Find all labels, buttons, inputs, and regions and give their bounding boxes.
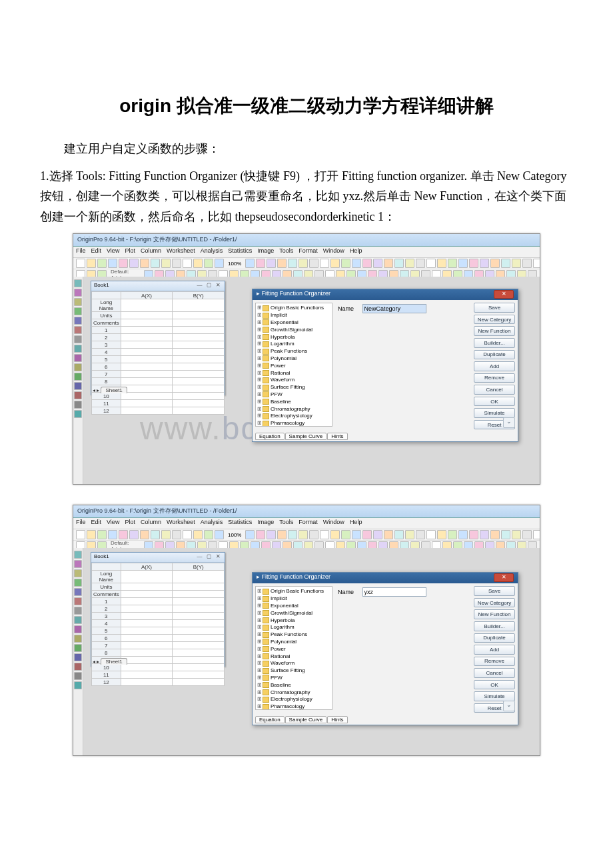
duplicate-button[interactable]: Duplicate: [474, 350, 515, 360]
side-tool-icon[interactable]: [74, 616, 82, 624]
toolbar-icon[interactable]: [97, 530, 107, 539]
toolbar-icon[interactable]: [416, 530, 425, 539]
menu-analysis[interactable]: Analysis: [201, 519, 223, 525]
toolbar-icon[interactable]: [87, 259, 96, 268]
builder--button[interactable]: Builder...: [474, 621, 515, 631]
toolbar-icon[interactable]: [320, 259, 329, 268]
toolbar-icon[interactable]: [267, 259, 276, 268]
toolbar-icon[interactable]: [458, 259, 468, 268]
side-tool-icon[interactable]: [74, 363, 82, 371]
cancel-button[interactable]: Cancel: [474, 385, 515, 395]
toolbar-icon[interactable]: [405, 259, 414, 268]
side-tool-icon[interactable]: [74, 569, 82, 577]
expand-icon[interactable]: ⌄: [503, 417, 515, 428]
cancel-button[interactable]: Cancel: [474, 668, 515, 678]
toolbar-icon[interactable]: [119, 259, 128, 268]
side-tool-icon[interactable]: [74, 298, 82, 306]
menu-statistics[interactable]: Statistics: [228, 247, 252, 254]
side-tool-icon[interactable]: [74, 326, 82, 334]
toolbar-icon[interactable]: [299, 259, 308, 268]
toolbar-icon[interactable]: [215, 259, 224, 268]
toolbar-icon[interactable]: [533, 259, 540, 268]
toolbar-icon[interactable]: [183, 259, 192, 268]
toolbar-icon[interactable]: [416, 259, 425, 268]
side-tool-icon[interactable]: [74, 579, 82, 587]
menu-tools[interactable]: Tools: [279, 519, 293, 525]
menu-window[interactable]: Window: [323, 247, 344, 254]
toolbar-icon[interactable]: [480, 259, 489, 268]
side-tool-icon[interactable]: [74, 681, 82, 689]
toolbar-icon[interactable]: [288, 259, 297, 268]
menu-plot[interactable]: Plot: [125, 519, 135, 525]
menu-file[interactable]: File: [76, 247, 86, 254]
side-tool-icon[interactable]: [74, 410, 82, 418]
toolbar-icon[interactable]: [448, 259, 457, 268]
dialog-footer-tabs[interactable]: EquationSample CurveHints: [255, 716, 348, 723]
side-tool-icon[interactable]: [74, 307, 82, 315]
side-tool-icon[interactable]: [74, 335, 82, 343]
tree-node[interactable]: ⊞PFW: [257, 391, 330, 399]
toolbar-icon[interactable]: [437, 530, 446, 539]
menu-help[interactable]: Help: [350, 519, 362, 525]
side-tool-icon[interactable]: [74, 607, 82, 615]
toolbar-icon[interactable]: [522, 530, 532, 539]
tree-node[interactable]: ⊞Polynomial: [257, 355, 330, 363]
menu-column[interactable]: Column: [141, 247, 161, 254]
menu-column[interactable]: Column: [141, 519, 161, 525]
side-tool-icon[interactable]: [74, 560, 82, 568]
tree-node[interactable]: ⊞Growth/Sigmoidal: [257, 327, 330, 334]
footer-tab-sample-curve[interactable]: Sample Curve: [285, 433, 327, 440]
toolbar-icon[interactable]: [469, 259, 478, 268]
tree-node[interactable]: ⊞Polynomial: [257, 639, 330, 646]
menu-edit[interactable]: Edit: [91, 247, 102, 254]
tree-node[interactable]: ⊞Rational: [257, 370, 330, 377]
toolbar-icon[interactable]: [97, 259, 107, 268]
toolbar-icon[interactable]: [330, 259, 340, 268]
tree-node[interactable]: ⊞Peak Functions: [257, 348, 330, 355]
toolbar-icon[interactable]: [309, 530, 318, 539]
app-menubar[interactable]: FileEditViewPlotColumnWorksheetAnalysisS…: [73, 518, 540, 529]
toolbar-icon[interactable]: [352, 259, 361, 268]
menu-statistics[interactable]: Statistics: [228, 519, 252, 525]
menu-image[interactable]: Image: [257, 247, 274, 254]
menu-file[interactable]: File: [76, 519, 86, 525]
menu-view[interactable]: View: [107, 247, 119, 254]
menu-tools[interactable]: Tools: [279, 247, 293, 254]
toolbar-icon[interactable]: [267, 530, 276, 539]
side-tool-icon[interactable]: [74, 279, 82, 287]
category-tree[interactable]: ⊞Origin Basic Functions⊞Implicit⊞Exponen…: [255, 586, 332, 710]
save-button[interactable]: Save: [474, 586, 515, 596]
toolbar-icon[interactable]: [277, 530, 287, 539]
toolbar-icon[interactable]: [384, 259, 393, 268]
toolbar-icon[interactable]: [288, 530, 297, 539]
duplicate-button[interactable]: Duplicate: [474, 633, 515, 643]
tree-node[interactable]: ⊞Surface Fitting: [257, 384, 330, 391]
side-tool-icon[interactable]: [74, 289, 82, 297]
sheet-tabs[interactable]: ◂ ▸ Sheet1: [93, 658, 127, 665]
toolbar-icon[interactable]: [405, 530, 414, 539]
toolbar-icon[interactable]: [512, 259, 521, 268]
toolbar-icon[interactable]: [76, 259, 85, 268]
add-button[interactable]: Add: [474, 645, 515, 655]
menu-edit[interactable]: Edit: [91, 519, 102, 525]
tree-node[interactable]: ⊞Chromatography: [257, 406, 330, 413]
toolbar-icon[interactable]: [204, 530, 213, 539]
ok-button[interactable]: OK: [474, 680, 515, 690]
tree-node[interactable]: ⊞Waveform: [257, 377, 330, 384]
toolbar-icon[interactable]: [480, 530, 489, 539]
workbook-window[interactable]: Book1 — ▢ ✕ A(X)B(Y)Long NameUnitsCommen…: [91, 281, 225, 395]
toolbar-icon[interactable]: [309, 259, 318, 268]
toolbar-icon[interactable]: [490, 530, 500, 539]
toolbar-icon[interactable]: [490, 259, 500, 268]
side-tool-icon[interactable]: [74, 635, 82, 643]
menu-image[interactable]: Image: [257, 519, 274, 525]
tree-node[interactable]: ⊞Chromatography: [257, 689, 330, 697]
menu-worksheet[interactable]: Worksheet: [167, 519, 195, 525]
close-icon[interactable]: ✕: [494, 573, 514, 582]
toolbar-icon[interactable]: [140, 530, 149, 539]
toolbar-icon[interactable]: [204, 259, 213, 268]
new-category-button[interactable]: New Category: [474, 598, 515, 608]
toolbar-icon[interactable]: [501, 259, 510, 268]
toolbar-icon[interactable]: [108, 530, 117, 539]
close-icon[interactable]: ✕: [494, 290, 514, 299]
